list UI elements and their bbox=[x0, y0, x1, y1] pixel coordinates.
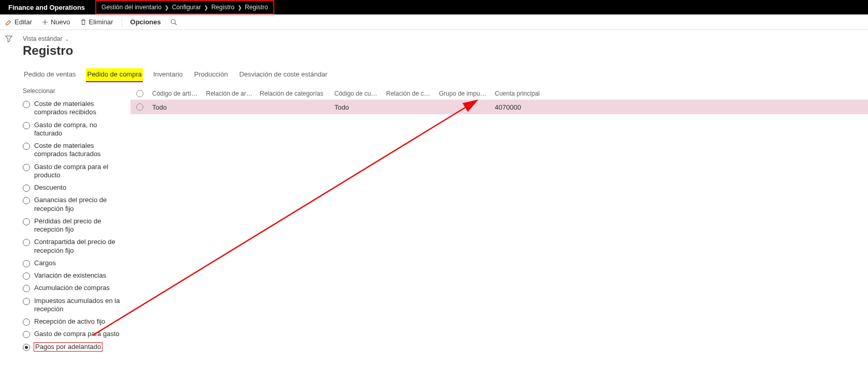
radio-circle-icon bbox=[23, 260, 30, 267]
chevron-right-icon: ❯ bbox=[204, 5, 208, 10]
radio-circle-icon bbox=[23, 272, 30, 280]
radio-label: Coste de materiales comprados recibidos bbox=[34, 100, 126, 117]
radio-circle-icon bbox=[23, 218, 30, 225]
radio-label: Descuento bbox=[34, 184, 66, 192]
radio-circle-icon bbox=[23, 331, 30, 338]
radio-option[interactable]: Gasto de compra, no facturado bbox=[22, 119, 127, 140]
radio-label: Impuestos acumulados en la recepción bbox=[34, 297, 126, 314]
filter-column bbox=[0, 30, 18, 365]
radio-label: Variación de existencias bbox=[34, 271, 106, 280]
radio-circle-icon bbox=[23, 239, 30, 246]
search-button[interactable] bbox=[168, 19, 180, 26]
view-selector[interactable]: Vista estándar ⌄ bbox=[22, 35, 868, 42]
new-button[interactable]: Nuevo bbox=[39, 18, 72, 26]
radio-option[interactable]: Ganancias del precio de recepción fijo bbox=[22, 194, 127, 215]
divider bbox=[122, 18, 122, 27]
view-label: Vista estándar bbox=[23, 35, 63, 42]
breadcrumb-item[interactable]: Configurar bbox=[172, 4, 201, 11]
tab-produccion[interactable]: Producción bbox=[193, 68, 229, 82]
radio-option[interactable]: Recepción de activo fijo bbox=[22, 315, 127, 328]
plus-icon bbox=[41, 19, 49, 26]
radio-option[interactable]: Pagos por adelantado bbox=[22, 341, 127, 353]
col-relacion-articulos[interactable]: Relación de artículos bbox=[203, 90, 257, 97]
radio-circle-icon bbox=[23, 344, 30, 351]
top-bar: Finance and Operations Gestión del inven… bbox=[0, 0, 868, 14]
svg-point-0 bbox=[171, 19, 175, 23]
delete-label: Eliminar bbox=[89, 18, 113, 26]
filter-icon[interactable] bbox=[5, 35, 12, 42]
radio-label: Gasto de compra para gasto bbox=[34, 330, 120, 338]
select-all-checkbox[interactable] bbox=[130, 90, 149, 97]
select-section-label: Seleccionar bbox=[22, 87, 127, 95]
tab-label: Desviación de coste estándar bbox=[239, 70, 328, 78]
tab-pedido-compra[interactable]: Pedido de compra bbox=[86, 68, 143, 82]
breadcrumb-item[interactable]: Registro bbox=[211, 4, 234, 11]
options-label: Opciones bbox=[130, 18, 161, 26]
tab-pedido-ventas[interactable]: Pedido de ventas bbox=[23, 68, 77, 82]
tab-desviacion[interactable]: Desviación de coste estándar bbox=[238, 68, 329, 82]
options-button[interactable]: Opciones bbox=[128, 18, 163, 26]
col-grupo-impuestos[interactable]: Grupo de impuestos bbox=[436, 90, 492, 97]
table-row[interactable]: Todo Todo 4070000 bbox=[130, 100, 868, 114]
radio-circle-icon bbox=[23, 185, 30, 192]
tab-label: Producción bbox=[194, 70, 228, 78]
radio-circle-icon bbox=[23, 298, 30, 305]
chevron-right-icon: ❯ bbox=[165, 5, 169, 10]
col-relacion-categorias[interactable]: Relación de categorías bbox=[257, 90, 331, 97]
radio-label: Recepción de activo fijo bbox=[34, 317, 105, 326]
col-relacion-cuentas[interactable]: Relación de cuentas bbox=[383, 90, 436, 97]
breadcrumb: Gestión del inventario ❯ Configurar ❯ Re… bbox=[95, 0, 274, 14]
grid-header: Código de artículo Relación de artículos… bbox=[130, 87, 868, 100]
select-column: Seleccionar Coste de materiales comprado… bbox=[22, 87, 130, 353]
radio-option[interactable]: Cargos bbox=[22, 257, 127, 269]
radio-label: Gasto de compra, no facturado bbox=[34, 121, 126, 138]
radio-circle-icon bbox=[23, 101, 30, 108]
radio-circle-icon bbox=[23, 164, 30, 171]
radio-label: Coste de materiales comprados facturados bbox=[34, 142, 126, 159]
tab-label: Pedido de ventas bbox=[24, 70, 76, 78]
action-bar: Editar Nuevo Eliminar Opciones bbox=[0, 14, 868, 30]
radio-circle-icon bbox=[23, 285, 30, 292]
trash-icon bbox=[80, 19, 87, 26]
radio-circle-icon bbox=[23, 318, 30, 326]
chevron-down-icon: ⌄ bbox=[65, 36, 69, 42]
radio-option[interactable]: Acumulación de compras bbox=[22, 282, 127, 294]
radio-circle-icon bbox=[23, 143, 30, 150]
radio-label: Pérdidas del precio de recepción fijo bbox=[34, 217, 126, 234]
breadcrumb-item[interactable]: Gestión del inventario bbox=[101, 4, 161, 11]
radio-option[interactable]: Gasto de compra para gasto bbox=[22, 328, 127, 340]
radio-label: Acumulación de compras bbox=[34, 284, 110, 292]
new-label: Nuevo bbox=[51, 18, 70, 26]
pencil-icon bbox=[5, 19, 12, 26]
col-codigo-cuenta[interactable]: Código de cuenta bbox=[331, 90, 383, 97]
radio-option[interactable]: Impuestos acumulados en la recepción bbox=[22, 295, 127, 316]
radio-option[interactable]: Coste de materiales comprados recibidos bbox=[22, 98, 127, 119]
tabs: Pedido de ventas Pedido de compra Invent… bbox=[22, 68, 868, 82]
edit-button[interactable]: Editar bbox=[3, 18, 34, 26]
radio-label: Contrapartida del precio de recepción fi… bbox=[34, 238, 126, 255]
grid-area: Código de artículo Relación de artículos… bbox=[130, 87, 868, 353]
radio-circle-icon bbox=[23, 197, 30, 204]
delete-button[interactable]: Eliminar bbox=[78, 18, 115, 26]
search-icon bbox=[170, 19, 178, 26]
chevron-right-icon: ❯ bbox=[238, 5, 242, 10]
page-title: Registro bbox=[22, 43, 868, 58]
tab-label: Inventario bbox=[153, 70, 183, 78]
radio-option[interactable]: Pérdidas del precio de recepción fijo bbox=[22, 215, 127, 236]
lower-area: Seleccionar Coste de materiales comprado… bbox=[22, 87, 868, 353]
cell-codigo-articulo: Todo bbox=[149, 103, 203, 111]
row-checkbox[interactable] bbox=[130, 103, 149, 111]
app-title: Finance and Operations bbox=[0, 4, 93, 11]
col-codigo-articulo[interactable]: Código de artículo bbox=[149, 90, 203, 97]
radio-option[interactable]: Descuento bbox=[22, 181, 127, 194]
col-cuenta-principal[interactable]: Cuenta principal bbox=[492, 90, 554, 97]
breadcrumb-item[interactable]: Registro bbox=[245, 4, 268, 11]
radio-option[interactable]: Variación de existencias bbox=[22, 269, 127, 282]
main-area: Vista estándar ⌄ Registro Pedido de vent… bbox=[0, 30, 868, 365]
radio-option[interactable]: Gasto de compra para el producto bbox=[22, 161, 127, 182]
radio-label: Gasto de compra para el producto bbox=[34, 163, 126, 180]
tab-inventario[interactable]: Inventario bbox=[152, 68, 184, 82]
radio-option[interactable]: Coste de materiales comprados facturados bbox=[22, 140, 127, 161]
radio-label: Pagos por adelantado bbox=[34, 343, 102, 351]
radio-option[interactable]: Contrapartida del precio de recepción fi… bbox=[22, 236, 127, 257]
